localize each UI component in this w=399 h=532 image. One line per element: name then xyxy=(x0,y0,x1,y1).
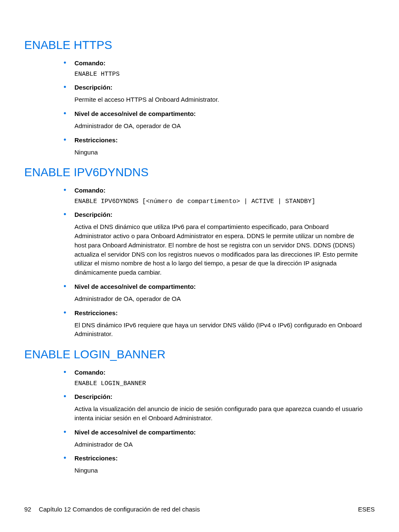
restricciones-label: Restricciones: xyxy=(74,455,366,462)
list-item: Comando: ENABLE LOGIN_BANNER xyxy=(74,369,366,387)
page-number: 92 xyxy=(24,506,31,513)
comando-label: Comando: xyxy=(74,187,366,194)
list-item: Descripción: Permite el acceso HTTPS al … xyxy=(74,84,366,104)
section-heading: ENABLE HTTPS xyxy=(24,39,375,52)
command-details-list: Comando: ENABLE HTTPS Descripción: Permi… xyxy=(74,59,366,157)
restricciones-label: Restricciones: xyxy=(74,136,366,144)
nivel-label: Nivel de acceso/nivel de compartimento: xyxy=(74,110,366,117)
command-details-list: Comando: ENABLE IPV6DYNDNS [<número de c… xyxy=(74,187,366,339)
comando-value: ENABLE HTTPS xyxy=(74,71,366,78)
list-item: Descripción: Activa la visualización del… xyxy=(74,393,366,423)
descripcion-value: Activa la visualización del anuncio de i… xyxy=(74,404,366,423)
comando-label: Comando: xyxy=(74,369,366,376)
nivel-label: Nivel de acceso/nivel de compartimento: xyxy=(74,429,366,436)
descripcion-label: Descripción: xyxy=(74,211,366,218)
page-footer: 92 Capítulo 12 Comandos de configuración… xyxy=(24,506,375,513)
list-item: Nivel de acceso/nivel de compartimento: … xyxy=(74,283,366,303)
restricciones-value: Ninguna xyxy=(74,148,366,157)
list-item: Descripción: Activa el DNS dinámico que … xyxy=(74,211,366,277)
comando-value: ENABLE LOGIN_BANNER xyxy=(74,380,366,387)
nivel-label: Nivel de acceso/nivel de compartimento: xyxy=(74,283,366,290)
descripcion-label: Descripción: xyxy=(74,393,366,400)
list-item: Restricciones: El DNS dinámico IPv6 requ… xyxy=(74,309,366,339)
command-details-list: Comando: ENABLE LOGIN_BANNER Descripción… xyxy=(74,369,366,475)
list-item: Nivel de acceso/nivel de compartimento: … xyxy=(74,110,366,131)
nivel-value: Administrador de OA, operador de OA xyxy=(74,294,366,303)
list-item: Comando: ENABLE HTTPS xyxy=(74,59,366,78)
descripcion-label: Descripción: xyxy=(74,84,366,91)
restricciones-value: El DNS dinámico IPv6 requiere que haya u… xyxy=(74,321,366,339)
nivel-value: Administrador de OA xyxy=(74,440,366,449)
nivel-value: Administrador de OA, operador de OA xyxy=(74,121,366,131)
comando-value: ENABLE IPV6DYNDNS [<número de compartime… xyxy=(74,198,366,205)
comando-label: Comando: xyxy=(74,59,366,67)
chapter-title: Capítulo 12 Comandos de configuración de… xyxy=(39,506,200,513)
list-item: Restricciones: Ninguna xyxy=(74,455,366,475)
section-heading: ENABLE IPV6DYNDNS xyxy=(24,166,375,179)
list-item: Nivel de acceso/nivel de compartimento: … xyxy=(74,429,366,449)
descripcion-value: Permite el acceso HTTPS al Onboard Admin… xyxy=(74,95,366,104)
language-code: ESES xyxy=(358,506,375,513)
restricciones-label: Restricciones: xyxy=(74,309,366,316)
section-heading: ENABLE LOGIN_BANNER xyxy=(24,348,375,361)
list-item: Comando: ENABLE IPV6DYNDNS [<número de c… xyxy=(74,187,366,205)
restricciones-value: Ninguna xyxy=(74,466,366,475)
list-item: Restricciones: Ninguna xyxy=(74,136,366,157)
descripcion-value: Activa el DNS dinámico que utiliza IPv6 … xyxy=(74,222,366,277)
